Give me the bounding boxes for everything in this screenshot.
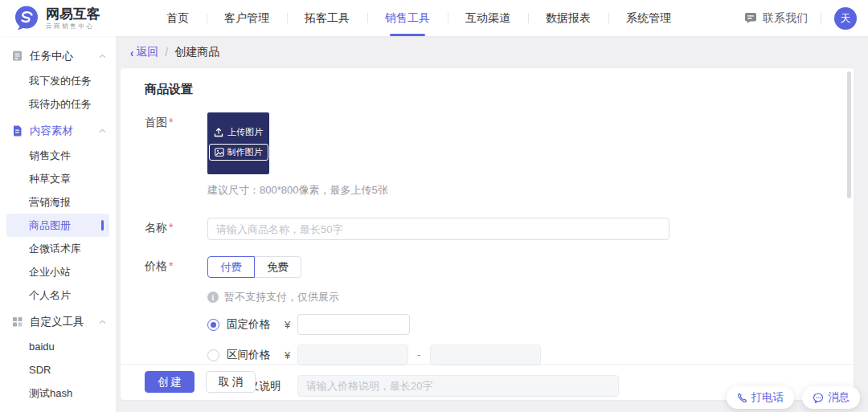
chat-icon <box>744 12 757 24</box>
sidebar-item-sales-files[interactable]: 销售文件 <box>6 144 109 167</box>
brand-text: 网易互客 云商销售中心 <box>46 6 100 31</box>
contact-us-button[interactable]: 联系我们 <box>744 11 808 26</box>
contact-us-label: 联系我们 <box>763 11 808 26</box>
nav-item-prospecting[interactable]: 拓客工具 <box>287 0 367 36</box>
sidebar-group-label: 内容素材 <box>30 124 73 138</box>
price-type-paid-button[interactable]: 付费 <box>207 256 255 278</box>
range-price-max-input[interactable] <box>430 345 541 365</box>
header-divider <box>821 12 821 25</box>
product-name-label: 名称* <box>145 218 207 240</box>
cover-image-label: 首图* <box>145 112 207 198</box>
sidebar-item-seeding-articles[interactable]: 种草文章 <box>6 167 109 190</box>
sidebar-group-content-material[interactable]: 内容素材 <box>0 117 116 144</box>
top-navbar: 网易互客 云商销售中心 首页 客户管理 拓客工具 销售工具 互动渠道 数据报表 … <box>0 0 868 36</box>
chevron-up-icon <box>99 320 106 324</box>
cover-upload-box[interactable]: 上传图片 制作图片 <box>207 112 269 174</box>
price-control: 付费 免费 i 暂不支持支付，仅供展示 固定价格 ¥ 区间价格 ¥ <box>207 256 619 397</box>
product-settings-card: 商品设置 首图* 上传图片 <box>121 68 854 400</box>
brand-logo[interactable]: 网易互客 云商销售中心 <box>14 6 100 31</box>
required-mark: * <box>169 259 173 272</box>
price-notice: i 暂不支持支付，仅供展示 <box>207 290 619 304</box>
cover-image-control: 上传图片 制作图片 建议尺寸：800*800像素，最多上传5张 <box>207 112 388 198</box>
fixed-price-label: 固定价格 <box>227 317 285 332</box>
nav-item-home[interactable]: 首页 <box>149 0 207 36</box>
range-price-radio[interactable] <box>207 349 219 361</box>
price-type-free-button[interactable]: 免费 <box>254 256 301 278</box>
card-scrollbar[interactable] <box>847 71 851 198</box>
sidebar-item-test-hash[interactable]: 测试hash <box>6 381 109 405</box>
nav-item-channels[interactable]: 互动渠道 <box>448 0 528 36</box>
sidebar-item-personal-card[interactable]: 个人名片 <box>6 284 109 307</box>
breadcrumb-current: 创建商品 <box>174 45 219 59</box>
image-icon <box>215 148 224 157</box>
required-mark: * <box>169 221 173 234</box>
currency-symbol: ¥ <box>285 349 297 361</box>
upload-image-button[interactable]: 上传图片 <box>214 126 263 138</box>
document-icon <box>11 124 23 137</box>
chevron-up-icon <box>99 128 106 133</box>
nav-item-customers[interactable]: 客户管理 <box>207 0 287 36</box>
custom-price-input[interactable] <box>297 375 619 397</box>
back-label: 返回 <box>136 45 158 59</box>
upload-icon <box>214 128 223 137</box>
sidebar-item-wecom-scripts[interactable]: 企微话术库 <box>6 237 109 260</box>
cover-image-label-text: 首图 <box>145 116 167 128</box>
user-avatar[interactable]: 天 <box>834 7 857 30</box>
form-actions: 创建 取消 <box>145 371 256 393</box>
back-chevron-icon: ‹ <box>130 45 133 59</box>
brand-name: 网易互客 <box>46 6 100 22</box>
sidebar-group-label: 自定义工具 <box>30 315 84 329</box>
card-title: 商品设置 <box>121 68 854 97</box>
price-notice-text: 暂不支持支付，仅供展示 <box>224 290 339 304</box>
range-price-min-input[interactable] <box>297 345 408 365</box>
call-button-label: 打电话 <box>751 390 784 405</box>
main-nav: 首页 客户管理 拓客工具 销售工具 互动渠道 数据报表 系统管理 <box>149 0 689 36</box>
breadcrumb-separator: / <box>165 46 168 59</box>
message-button-label: 消息 <box>828 390 850 405</box>
grid-icon <box>11 316 23 328</box>
sidebar-group-task-center[interactable]: 任务中心 <box>0 43 116 69</box>
make-image-button[interactable]: 制作图片 <box>209 144 268 161</box>
create-button[interactable]: 创建 <box>145 371 194 393</box>
fixed-price-input[interactable] <box>297 314 410 335</box>
product-name-input[interactable] <box>207 218 669 240</box>
fixed-price-radio[interactable] <box>207 319 219 331</box>
main-content: ‹ 返回 / 创建商品 商品设置 首图* 上传图片 <box>117 36 868 412</box>
sidebar-group-custom-tools[interactable]: 自定义工具 <box>0 308 116 335</box>
sidebar-item-marketing-posters[interactable]: 营销海报 <box>6 190 109 214</box>
sidebar-item-sdr[interactable]: SDR <box>6 358 109 381</box>
sidebar-item-baidu[interactable]: baidu <box>6 335 109 358</box>
floating-actions: 打电话 消息 <box>727 386 861 409</box>
nav-item-reports[interactable]: 数据报表 <box>528 0 608 36</box>
currency-symbol: ¥ <box>285 319 297 331</box>
make-image-label: 制作图片 <box>227 146 263 158</box>
cancel-button[interactable]: 取消 <box>206 371 256 393</box>
sidebar-item-tasks-todo[interactable]: 我待办的任务 <box>6 92 109 116</box>
sidebar-item-tasks-issued[interactable]: 我下发的任务 <box>6 69 109 92</box>
product-name-row: 名称* <box>121 218 854 240</box>
sidebar-group-label: 任务中心 <box>30 49 73 63</box>
nav-item-system[interactable]: 系统管理 <box>608 0 689 36</box>
footer-divider <box>121 364 854 365</box>
price-label-text: 价格 <box>145 259 167 272</box>
breadcrumb: ‹ 返回 / 创建商品 <box>117 36 868 68</box>
brand-subtitle: 云商销售中心 <box>46 22 100 31</box>
brand-logo-icon <box>14 6 39 31</box>
header-right: 联系我们 天 <box>744 7 857 30</box>
call-button[interactable]: 打电话 <box>727 386 795 409</box>
info-icon: i <box>207 292 219 303</box>
range-separator: - <box>417 349 421 361</box>
sidebar-item-company-minisite[interactable]: 企业小站 <box>6 260 109 284</box>
back-link[interactable]: ‹ 返回 <box>130 45 158 59</box>
product-name-label-text: 名称 <box>145 221 167 234</box>
range-price-label: 区间价格 <box>227 348 285 362</box>
range-price-row: 区间价格 ¥ - <box>207 345 619 365</box>
phone-icon <box>737 393 747 403</box>
custom-price-row: 自定义说明 <box>207 375 619 397</box>
nav-item-sales-tools[interactable]: 销售工具 <box>367 0 448 36</box>
message-button[interactable]: 消息 <box>802 386 860 409</box>
cover-size-hint: 建议尺寸：800*800像素，最多上传5张 <box>207 183 388 198</box>
chevron-up-icon <box>99 54 106 59</box>
sidebar-item-product-album[interactable]: 商品图册 <box>6 214 109 237</box>
fixed-price-row: 固定价格 ¥ <box>207 314 619 335</box>
